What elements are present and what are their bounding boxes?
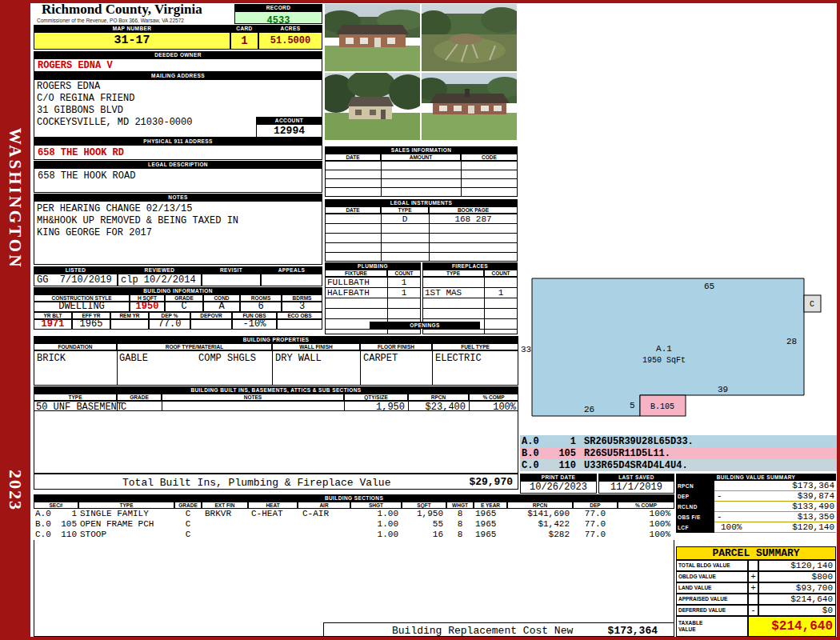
property-photo-3[interactable]	[325, 73, 420, 140]
summary-value-lcf: $120,140	[762, 522, 834, 532]
vector-c-num: 110	[552, 460, 576, 471]
row-c-eyear: 1965	[475, 530, 496, 539]
account-value: 12994	[256, 124, 322, 138]
row-c-grade: C	[174, 530, 202, 539]
sections-col-comp: % COMP	[618, 502, 674, 509]
floor-finish-value: CARPET	[363, 353, 398, 364]
deeded-owner-name: ROGERS EDNA V	[38, 60, 113, 71]
remyr-value	[110, 319, 149, 330]
county-title: Richmond County, Virginia	[42, 2, 202, 18]
row-a-type: SINGLE FAMILY	[80, 509, 149, 518]
deeded-owner-value: ROGERS EDNA V	[34, 58, 322, 72]
props-divider-3	[360, 350, 361, 386]
sales-col-amount: AMOUNT	[381, 154, 461, 161]
summary-value-rpcn: $173,364	[762, 481, 834, 490]
fireplaces-col-count: COUNT	[484, 270, 518, 277]
footer-divider-h	[323, 622, 674, 623]
sections-col-air: AIR	[298, 502, 350, 509]
property-photo-1[interactable]	[325, 4, 420, 71]
openings-bar: OPENINGS	[370, 322, 480, 329]
listed-bar: LISTED	[34, 266, 118, 274]
section-row-a: A.0 1 SINGLE FAMILY C BRKVR C-HEAT C-AIR…	[34, 509, 674, 519]
notes-line-2: MH&HOOK UP REMOVED & BEING TAXED IN	[37, 215, 238, 226]
building-properties-bar: BUILDING PROPERTIES	[34, 336, 518, 343]
bdrms-value: 3	[282, 302, 322, 312]
cond-value: A	[203, 302, 240, 312]
sketch-area-label: A.1	[656, 344, 672, 354]
roof-material-value: COMP SHGLS	[198, 353, 256, 364]
physical-address-value: 658 THE HOOK RD	[38, 147, 124, 158]
summary-label-lcf: LCF	[676, 522, 714, 533]
parcel-label-land: LAND VALUE	[676, 582, 748, 594]
sketch-dim-bottom-right: 39	[718, 385, 728, 394]
sales-col-date: DATE	[325, 154, 381, 161]
plumbing-bar: PLUMBING	[325, 262, 421, 270]
vector-a-path: SR26U5R39U28L65D33.	[584, 436, 694, 447]
summary-label-dep: DEP	[676, 491, 714, 502]
builtins-col-type: TYPE	[34, 394, 117, 401]
deeded-owner-bar: DEEDED OWNER	[34, 51, 322, 58]
sketch-vector-row-b: B.0 105 R26SU5R11D5L11.	[520, 447, 837, 459]
card-value: 1	[230, 32, 258, 50]
col-floor-finish: FLOOR FINISH	[360, 343, 432, 350]
row-a-num: 1	[58, 509, 77, 518]
legal-description-value: 658 THE HOOK ROAD	[38, 170, 135, 182]
revisit-value	[202, 274, 261, 286]
account-bar: ACCOUNT	[256, 117, 322, 124]
building-value-summary-bar: BUILDING VALUE SUMMARY	[676, 474, 836, 481]
notes-bar: NOTES	[34, 194, 322, 201]
sidebar-district-label: WASHINGTON	[5, 118, 26, 278]
fireplace-count-1: 1	[484, 288, 518, 298]
instrument-type-value: D	[381, 214, 429, 224]
property-photo-2[interactable]	[422, 4, 517, 71]
vector-a-sec: A.0	[522, 436, 539, 447]
mailing-line-1: ROGERS EDNA	[37, 81, 100, 92]
dep-pct-value: 77.0	[149, 319, 190, 330]
reviewed-bar: REVIEWED	[118, 266, 202, 274]
sales-table-body	[325, 161, 518, 197]
row-b-type: OPEN FRAME PCH	[80, 519, 154, 529]
row-b-rpcn: $1,422	[507, 519, 570, 529]
row-b-comp: 100%	[618, 519, 670, 529]
mailing-line-3: 31 GIBBONS BLVD	[37, 105, 123, 116]
sales-divider-1	[381, 161, 382, 197]
sidebar-year-label: 2023	[5, 458, 26, 522]
col-remyr: REM YR	[110, 312, 149, 319]
col-ecoobs: ECO OBS	[277, 312, 322, 319]
parcel-sign-obldg: +	[748, 571, 758, 582]
fireplaces-bar: FIREPLACES	[422, 262, 518, 270]
map-number-bar: MAP NUMBER	[34, 25, 230, 32]
summary-mid-lcf: 100%	[721, 522, 742, 532]
summary-label-rpcn: RPCN	[676, 481, 714, 491]
col-depovr: DEPOVR	[190, 312, 232, 319]
sections-col-eyear: E YEAR	[474, 502, 507, 509]
sales-information-bar: SALES INFORMATION	[325, 146, 518, 154]
building-sections-bar: BUILDING SECTIONS	[34, 494, 674, 502]
depovr-value	[190, 319, 232, 330]
property-photo-4[interactable]	[422, 73, 517, 140]
row-a-shgt: 1.00	[350, 509, 398, 518]
acres-bar: ACRES	[258, 25, 322, 32]
sections-col-sec: SEC#	[34, 502, 78, 509]
row-a-ext: BRKVR	[205, 509, 231, 518]
sales-col-code: CODE	[461, 154, 518, 161]
vector-b-sec: B.0	[522, 448, 539, 459]
instrument-bookpage-value: 168 287	[429, 214, 518, 224]
plumbing-count-2: 1	[387, 288, 421, 298]
builtins-col-grade: GRADE	[117, 394, 162, 401]
summary-row-rpcn: $173,364	[714, 481, 836, 491]
parcel-value-deferred: $0	[758, 605, 836, 616]
record-bar: RECORD	[234, 4, 322, 11]
summary-sign-dep: -	[717, 491, 722, 501]
sketch-stoop-label: C	[810, 300, 814, 309]
last-saved-bar: LAST SAVED	[598, 474, 674, 481]
row-a-grade: C	[174, 509, 202, 518]
fireplaces-count-divider	[484, 277, 485, 334]
construction-style-value: DWELLING	[34, 302, 130, 312]
row-b-sqft: 55	[402, 519, 443, 529]
replacement-cost-label: Building Replacement Cost New	[392, 625, 573, 637]
yrblt-value: 1971	[34, 319, 72, 330]
row-c-type: STOOP	[80, 530, 106, 539]
sales-divider-2	[461, 161, 462, 197]
foundation-value: BRICK	[37, 353, 66, 364]
